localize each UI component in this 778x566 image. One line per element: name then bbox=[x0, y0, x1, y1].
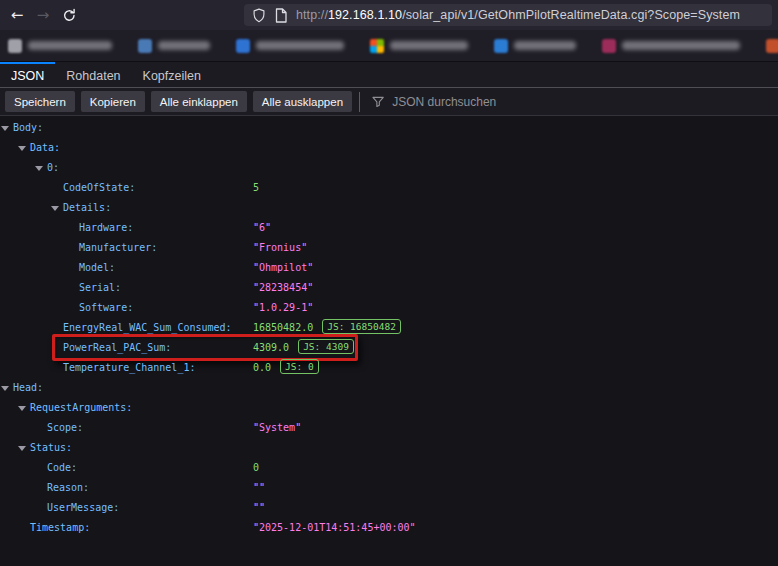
json-row-Serial[interactable]: Serial:"28238454" bbox=[0, 278, 778, 298]
copy-button[interactable]: Kopieren bbox=[81, 91, 145, 112]
json-row-UserMessage[interactable]: UserMessage:"" bbox=[0, 498, 778, 518]
json-viewer-toolbar: Speichern Kopieren Alle einklappen Alle … bbox=[0, 88, 778, 116]
tab-rohdaten[interactable]: Rohdaten bbox=[55, 62, 131, 87]
bookmark-favicon bbox=[8, 39, 22, 53]
json-row-Temperature_Channel_1[interactable]: Temperature_Channel_1:0.0JS: 0 bbox=[0, 358, 778, 378]
twisty-expanded-icon[interactable] bbox=[18, 146, 26, 151]
js-parsed-value-badge: JS: 0 bbox=[280, 359, 319, 374]
json-key: CodeOfState: bbox=[63, 182, 135, 193]
json-value-number: 16850482.0 bbox=[253, 322, 313, 333]
bookmark-item[interactable] bbox=[236, 39, 344, 53]
json-value-string: "" bbox=[253, 482, 265, 493]
save-button[interactable]: Speichern bbox=[5, 91, 75, 112]
bookmark-label-redacted bbox=[256, 41, 344, 50]
json-value-string: "Ohmpilot" bbox=[253, 262, 313, 273]
json-row-CodeOfState[interactable]: CodeOfState:5 bbox=[0, 178, 778, 198]
json-key: Details: bbox=[63, 202, 111, 213]
bookmark-item[interactable] bbox=[8, 39, 112, 53]
json-value: 16850482.0JS: 16850482 bbox=[253, 318, 401, 338]
bookmark-label-redacted bbox=[158, 41, 210, 50]
url-text: http://192.168.1.10/solar_api/v1/GetOhmP… bbox=[296, 8, 740, 22]
json-row-Model[interactable]: Model:"Ohmpilot" bbox=[0, 258, 778, 278]
json-value: "Ohmpilot" bbox=[253, 258, 313, 278]
json-row-Code[interactable]: Code:0 bbox=[0, 458, 778, 478]
json-viewer: JSON Rohdaten Kopfzeilen Speichern Kopie… bbox=[0, 62, 778, 566]
json-key: Body: bbox=[13, 122, 43, 133]
json-value: "" bbox=[253, 498, 265, 518]
json-value: "2025-12-01T14:51:45+00:00" bbox=[253, 518, 416, 538]
page-icon[interactable] bbox=[275, 8, 287, 23]
json-value: "Fronius" bbox=[253, 238, 307, 258]
json-key: Hardware: bbox=[79, 222, 133, 233]
json-key: Serial: bbox=[79, 282, 121, 293]
url-path: /solar_api/v1/GetOhmPilotRealtimeData.cg… bbox=[402, 8, 740, 22]
json-value: "28238454" bbox=[253, 278, 313, 298]
bookmark-item[interactable] bbox=[370, 39, 468, 53]
json-key: Head: bbox=[13, 382, 43, 393]
json-row-Details[interactable]: Details: bbox=[0, 198, 778, 218]
collapse-all-button[interactable]: Alle einklappen bbox=[151, 91, 247, 112]
json-value: "6" bbox=[253, 218, 271, 238]
json-row-0[interactable]: 0: bbox=[0, 158, 778, 178]
twisty-expanded-icon[interactable] bbox=[1, 126, 9, 131]
url-scheme: http:// bbox=[296, 8, 328, 22]
bookmarks-bar bbox=[0, 30, 778, 62]
json-row-Data[interactable]: Data: bbox=[0, 138, 778, 158]
browser-toolbar: ← → http://192.168.1.10/solar_api/v1/Get… bbox=[0, 0, 778, 30]
json-value-string: "2025-12-01T14:51:45+00:00" bbox=[253, 522, 416, 533]
json-row-Reason[interactable]: Reason:"" bbox=[0, 478, 778, 498]
tab-json[interactable]: JSON bbox=[0, 62, 55, 87]
bookmark-favicon bbox=[370, 39, 384, 53]
bookmark-favicon bbox=[766, 39, 778, 53]
bookmark-item[interactable] bbox=[138, 39, 210, 53]
twisty-expanded-icon[interactable] bbox=[51, 206, 59, 211]
bookmark-item[interactable] bbox=[766, 39, 778, 53]
json-key: Model: bbox=[79, 262, 115, 273]
reload-button[interactable] bbox=[56, 2, 82, 28]
bookmark-label-redacted bbox=[390, 41, 468, 50]
bookmark-item[interactable] bbox=[602, 39, 740, 53]
json-row-RequestArguments[interactable]: RequestArguments: bbox=[0, 398, 778, 418]
json-row-Head[interactable]: Head: bbox=[0, 378, 778, 398]
back-button[interactable]: ← bbox=[4, 2, 30, 28]
json-row-EnergyReal_WAC_Sum_Consumed[interactable]: EnergyReal_WAC_Sum_Consumed:16850482.0JS… bbox=[0, 318, 778, 338]
url-host: 192.168.1.10 bbox=[328, 8, 402, 22]
bookmark-favicon bbox=[602, 39, 616, 53]
bookmark-favicon bbox=[138, 39, 152, 53]
json-search-input[interactable] bbox=[392, 95, 776, 109]
json-value-string: "6" bbox=[253, 222, 271, 233]
twisty-expanded-icon[interactable] bbox=[1, 386, 9, 391]
twisty-expanded-icon[interactable] bbox=[35, 166, 43, 171]
json-value-number: 5 bbox=[253, 182, 259, 193]
json-row-Status[interactable]: Status: bbox=[0, 438, 778, 458]
twisty-expanded-icon[interactable] bbox=[18, 446, 26, 451]
json-value-string: "Fronius" bbox=[253, 242, 307, 253]
json-row-PowerReal_PAC_Sum[interactable]: PowerReal_PAC_Sum:4309.0JS: 4309 bbox=[0, 338, 778, 358]
json-value: "System" bbox=[253, 418, 301, 438]
bookmark-label-redacted bbox=[28, 41, 112, 50]
bookmark-item[interactable] bbox=[494, 39, 576, 53]
expand-all-button[interactable]: Alle ausklappen bbox=[253, 91, 352, 112]
json-value-number: 4309.0 bbox=[253, 342, 289, 353]
filter-funnel-icon bbox=[372, 96, 384, 108]
shield-icon[interactable] bbox=[252, 8, 266, 23]
json-row-Body[interactable]: Body: bbox=[0, 118, 778, 138]
json-value: "" bbox=[253, 478, 265, 498]
js-parsed-value-badge: JS: 16850482 bbox=[322, 319, 401, 334]
bookmark-favicon bbox=[236, 39, 250, 53]
tab-kopfzeilen[interactable]: Kopfzeilen bbox=[132, 62, 212, 87]
twisty-expanded-icon[interactable] bbox=[18, 406, 26, 411]
json-value: 0 bbox=[253, 458, 259, 478]
json-row-Manufacturer[interactable]: Manufacturer:"Fronius" bbox=[0, 238, 778, 258]
url-bar[interactable]: http://192.168.1.10/solar_api/v1/GetOhmP… bbox=[244, 4, 772, 26]
json-row-Timestamp[interactable]: Timestamp:"2025-12-01T14:51:45+00:00" bbox=[0, 518, 778, 538]
json-value: 5 bbox=[253, 178, 259, 198]
json-value-string: "" bbox=[253, 502, 265, 513]
json-key: UserMessage: bbox=[47, 502, 119, 513]
json-key: PowerReal_PAC_Sum: bbox=[63, 342, 171, 353]
forward-button[interactable]: → bbox=[30, 2, 56, 28]
json-search bbox=[366, 95, 776, 109]
json-row-Scope[interactable]: Scope:"System" bbox=[0, 418, 778, 438]
json-row-Hardware[interactable]: Hardware:"6" bbox=[0, 218, 778, 238]
json-row-Software[interactable]: Software:"1.0.29-1" bbox=[0, 298, 778, 318]
